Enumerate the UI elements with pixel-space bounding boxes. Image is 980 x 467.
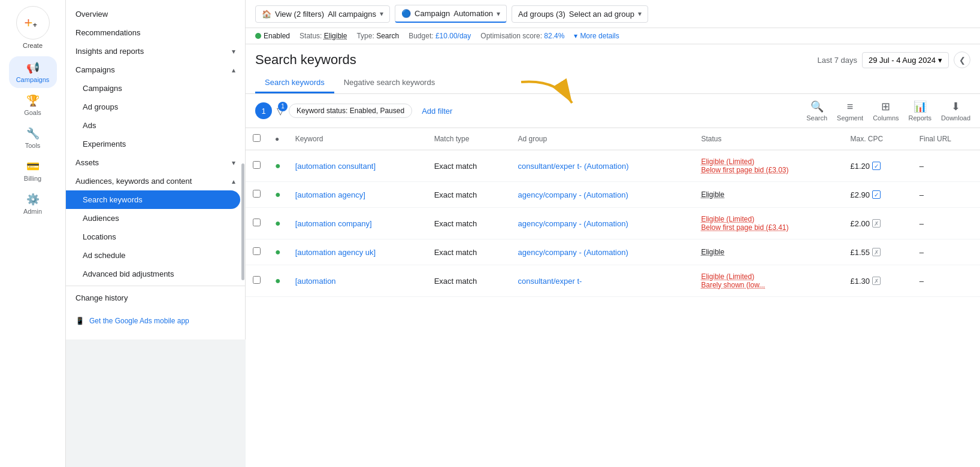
- keyword-header-label: Keyword: [295, 135, 323, 143]
- budget-value[interactable]: £10.00/day: [435, 32, 471, 40]
- nav-scrollbar[interactable]: [241, 163, 244, 280]
- ad-group-link[interactable]: consultant/exper t-: [518, 277, 582, 286]
- cpc-cell: £2.90 ✓: [850, 190, 905, 199]
- main-content: 🏠 View (2 filters) All campaigns ▾ 🔵 Cam…: [246, 0, 980, 467]
- date-range-button[interactable]: 29 Jul - 4 Aug 2024 ▾: [862, 52, 949, 68]
- date-range-label: Last 7 days: [817, 56, 857, 65]
- row-checkbox-cell: [246, 150, 268, 182]
- collapse-button[interactable]: ❮: [954, 51, 970, 68]
- select-all-header[interactable]: [246, 128, 268, 150]
- create-label: Create: [23, 42, 43, 49]
- keyword-status-chip[interactable]: Keyword status: Enabled, Paused: [289, 104, 412, 118]
- row-checkbox[interactable]: [253, 190, 261, 198]
- nav-item-assets[interactable]: Assets ▾: [66, 153, 245, 172]
- mobile-app-label: Get the Google Ads mobile app: [89, 317, 189, 325]
- ad-group-link[interactable]: agency/company - (Automation): [518, 248, 628, 257]
- row-checkbox[interactable]: [253, 219, 261, 226]
- row-keyword: [automation agency uk]: [288, 239, 427, 265]
- adgroups-filter-button[interactable]: Ad groups (3) Select an ad group ▾: [512, 5, 648, 23]
- tabs-row: Search keywords Negative search keywords: [255, 73, 970, 93]
- sidebar-item-goals[interactable]: 🏆 Goals: [9, 89, 57, 121]
- sidebar-item-campaigns[interactable]: 📢 Campaigns: [9, 56, 57, 88]
- type-section: Type: Search: [356, 32, 399, 40]
- nav-item-recommendations[interactable]: Recommendations: [66, 23, 245, 42]
- status-cell: Eligible: [701, 248, 836, 256]
- match-type-header[interactable]: Match type: [427, 128, 511, 150]
- add-keyword-button[interactable]: 1: [255, 102, 272, 119]
- sidebar-item-tools[interactable]: 🔧 Tools: [9, 122, 57, 154]
- ad-group-link[interactable]: agency/company - (Automation): [518, 190, 628, 199]
- ad-group-header-label: Ad group: [518, 135, 547, 143]
- tab-search-keywords-label: Search keywords: [265, 78, 325, 87]
- ad-group-link[interactable]: agency/company - (Automation): [518, 219, 628, 228]
- row-final-url: –: [912, 208, 980, 239]
- segment-toolbar-button[interactable]: ≡ Segment: [837, 101, 863, 122]
- tab-negative-keywords[interactable]: Negative search keywords: [334, 73, 444, 93]
- nav-item-ad-groups[interactable]: Ad groups: [66, 98, 245, 116]
- campaign-filter-button[interactable]: 🔵 Campaign Automation ▾: [395, 5, 507, 23]
- sidebar-item-admin[interactable]: ⚙️ Admin: [9, 188, 57, 220]
- table-row: ● [automation agency uk] Exact match age…: [246, 239, 980, 265]
- search-toolbar-button[interactable]: 🔍 Search: [806, 100, 827, 122]
- sidebar-item-billing[interactable]: 💳 Billing: [9, 155, 57, 187]
- max-cpc-header[interactable]: Max. CPC: [843, 128, 912, 150]
- nav-item-ads[interactable]: Ads: [66, 116, 245, 135]
- row-max-cpc: £1.55 ✗: [843, 239, 912, 265]
- create-button[interactable]: +: [16, 6, 50, 40]
- row-ad-group[interactable]: agency/company - (Automation): [510, 208, 694, 239]
- ad-group-link[interactable]: consultant/exper t- (Automation): [518, 162, 628, 171]
- mobile-app-link[interactable]: 📱 Get the Google Ads mobile app: [66, 307, 245, 335]
- cpc-uncheck-icon[interactable]: ✗: [872, 219, 881, 228]
- nav-item-experiments[interactable]: Experiments: [66, 135, 245, 153]
- more-details-button[interactable]: ▾ More details: [574, 32, 619, 40]
- columns-toolbar-button[interactable]: ⊞ Columns: [873, 100, 899, 122]
- download-toolbar-button[interactable]: ⬇ Download: [941, 100, 970, 122]
- nav-item-insights[interactable]: Insights and reports ▾: [66, 42, 245, 60]
- nav-item-audiences[interactable]: Audiences: [66, 209, 245, 228]
- nav-item-search-keywords[interactable]: Search keywords: [66, 190, 240, 209]
- reports-toolbar-button[interactable]: 📊 Reports: [909, 100, 932, 122]
- final-url-header[interactable]: Final URL: [912, 128, 980, 150]
- nav-item-locations[interactable]: Locations: [66, 228, 245, 246]
- cpc-check-icon[interactable]: ✓: [872, 162, 881, 170]
- reports-label: Reports: [909, 114, 932, 122]
- nav-item-change-history[interactable]: Change history: [66, 289, 245, 307]
- row-ad-group[interactable]: consultant/exper t-: [510, 265, 694, 297]
- row-match-type: Exact match: [427, 208, 511, 239]
- goals-label: Goals: [24, 109, 41, 116]
- type-label: Type:: [356, 32, 374, 40]
- row-ad-group[interactable]: agency/company - (Automation): [510, 239, 694, 265]
- campaign-filter-label: Campaign: [415, 9, 450, 18]
- insights-chevron-icon: ▾: [232, 47, 235, 56]
- status-header[interactable]: Status: [694, 128, 843, 150]
- nav-item-audiences-section[interactable]: Audiences, keywords and content ▴: [66, 172, 245, 190]
- add-filter-label: Add filter: [422, 107, 452, 116]
- nav-campaigns-sub-label: Campaigns: [83, 84, 122, 93]
- cpc-value: £1.55: [850, 248, 870, 257]
- nav-change-history-label: Change history: [75, 293, 128, 302]
- ad-group-header[interactable]: Ad group: [510, 128, 694, 150]
- nav-item-ad-schedule[interactable]: Ad schedule: [66, 246, 245, 265]
- row-checkbox[interactable]: [253, 161, 261, 169]
- view-filter-button[interactable]: 🏠 View (2 filters) All campaigns ▾: [255, 5, 390, 23]
- nav-item-overview[interactable]: Overview: [66, 5, 245, 23]
- campaign-icon: 🔵: [401, 9, 411, 18]
- row-checkbox[interactable]: [253, 276, 261, 284]
- select-all-checkbox[interactable]: [253, 134, 261, 142]
- campaigns-icon: 📢: [26, 61, 40, 74]
- keyword-header[interactable]: Keyword: [288, 128, 427, 150]
- top-bar: 🏠 View (2 filters) All campaigns ▾ 🔵 Cam…: [246, 0, 980, 28]
- nav-item-campaigns-sub[interactable]: Campaigns: [66, 79, 245, 98]
- nav-item-advanced-bid[interactable]: Advanced bid adjustments: [66, 265, 245, 283]
- cpc-check-icon[interactable]: ✓: [872, 190, 881, 199]
- add-filter-button[interactable]: Add filter: [417, 104, 457, 118]
- nav-item-campaigns-section[interactable]: Campaigns ▴: [66, 60, 245, 79]
- tab-search-keywords[interactable]: Search keywords: [255, 73, 334, 93]
- row-checkbox[interactable]: [253, 247, 261, 255]
- row-ad-group[interactable]: agency/company - (Automation): [510, 182, 694, 208]
- cpc-uncheck-icon[interactable]: ✗: [872, 277, 881, 285]
- cpc-uncheck-icon[interactable]: ✗: [872, 248, 881, 256]
- campaign-filter-value: Automation: [453, 9, 493, 18]
- match-type-header-label: Match type: [434, 135, 470, 143]
- row-ad-group[interactable]: consultant/exper t- (Automation): [510, 150, 694, 182]
